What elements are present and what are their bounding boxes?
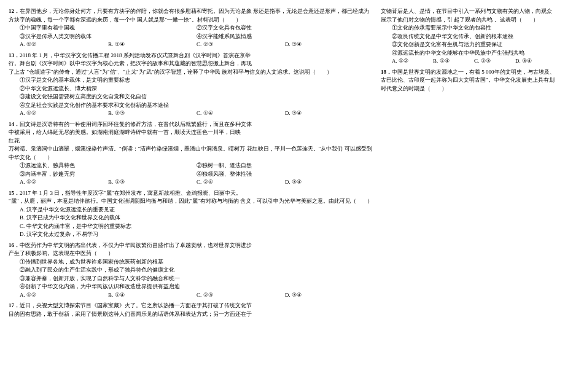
q18-text: 18．中国是世界文明的发源地之一，有着 5 000年的文明史，与古埃及、古巴比伦…	[381, 68, 556, 93]
q14-text3: 红花	[9, 137, 373, 146]
q13-options: ①汉字是文化的基本载体，是文明的重要标志 ②中华文化源远流长、博大精深 ③建设文…	[9, 76, 373, 109]
q13-text2: 行。舞台剧《汉字时间》以中华汉字为核心元素，把汉字的故事和其蕴藏的智慧思想搬上舞…	[9, 60, 373, 68]
question-18: 18．中国是世界文明的发源地之一，有着 5 000年的文明史，与古埃及、古巴比伦…	[381, 68, 556, 93]
q17-text2: 目的固有思路，敢于创新，采用了情景剧这种人们喜闻乐见的话语体系和表达方式；另一方…	[9, 310, 373, 319]
question-12: 12．在异国他乡，无论你身处何方，只要有方块字的伴陪，你就会有很多慰藉和寄托。因…	[9, 7, 373, 49]
q16-text2: 产生了积极影响。这表现在中医药（ ）	[9, 249, 373, 258]
q15-options: A. 汉字是中华文化源远流长的重要见证 B. 汉字已成为中华文化和世界文化的载体…	[9, 206, 373, 239]
q17c-choices: A. ①②B. ①④C. ②③D. ③④	[381, 57, 556, 66]
q13-text3: 了上古 "仓颉造字"的传奇，通过"人言"为"信"、"止戈"为"武"的汉字智慧，诠…	[9, 68, 373, 77]
q15-text1: 15．2017 年 1 月 3 日，指导性年度汉字"麗"在郑州发布，寓意新故相推…	[9, 189, 373, 198]
q16-text1: 16．中医药作为中华文明的杰出代表，不仅为中华民族繁衍昌盛作出了卓越贡献，也对世…	[9, 241, 373, 250]
q15-text2: "麗"，从鹿，丽声，本意是结伴旅行。中国文化强调阴阳均衡与和谐，因此"麗"有对称…	[9, 197, 373, 206]
question-16: 16．中医药作为中华文明的杰出代表，不仅为中华民族繁衍昌盛作出了卓越贡献，也对世…	[9, 241, 373, 300]
question-17-cont: 文物背后是人、是情，在节目中引入一系列与文物有关的人物，向观众展示了他们对文物的…	[381, 7, 556, 66]
q14-text1: 14．回文诗是汉语特有的一种使用词序回环往复的修辞方法，在晋代以后就繁盛行，而且…	[9, 120, 373, 129]
q12-options: ①中国字里有着中国魂②汉字文化具有包容性 ③汉字是传承人类文明的载体④汉字能维系…	[9, 24, 373, 41]
q16-options: ①传播到世界各地，成为世界许多国家传统医药创新的根基 ②融入到了民众的生产生活实…	[9, 258, 373, 291]
q14-text4: 万树晴。泉滴洞中山滴翠，烟溪绿染竹声清。"倒读："清声竹染绿溪烟，翠滴山中洞滴泉…	[9, 145, 373, 162]
q12-choices: A. ①②B. ①④C. ②③D. ③④	[9, 41, 373, 49]
q12-text: 12．在异国他乡，无论你身处何方，只要有方块字的伴陪，你就会有很多慰藉和寄托。因…	[9, 7, 373, 24]
q13-text1: 13．2018 年 1 月，中华汉字文化传播工程 2018 系列活动发布仪式暨舞…	[9, 52, 373, 60]
q14-options: ①源远流长、独具特色②独树一帜、道法自然 ③内涵丰富，妙趣无穷④独领风骚、整体性…	[9, 162, 373, 178]
q17-text1: 17．近日，央视大型文博探索节目《国家宝藏》火了。它之所以热播一方面在于其打破了…	[9, 302, 373, 310]
q13-choices: A. ①②B. ②③C. ①④D. ③④	[9, 109, 373, 118]
q14-text2: 中被采用，给人绵延无尽的美感。如湖南洞庭湖畔诗碑中就有一首，顺读天连莲色一川平，…	[9, 128, 373, 137]
question-17: 17．近日，央视大型文博探索节目《国家宝藏》火了。它之所以热播一方面在于其打破了…	[9, 302, 373, 318]
question-15: 15．2017 年 1 月 3 日，指导性年度汉字"麗"在郑州发布，寓意新故相推…	[9, 189, 373, 239]
q16-choices: A. ①②B. ①④C. ②③D. ③④	[9, 291, 373, 300]
q17c-options: ①文化的传承需要展示中华文化的包容性 ②改良传统文化是中华文化传承、创新的根本途…	[381, 24, 556, 57]
question-14: 14．回文诗是汉语特有的一种使用词序回环往复的修辞方法，在晋代以后就繁盛行，而且…	[9, 120, 373, 187]
q17c-text: 文物背后是人、是情，在节目中引入一系列与文物有关的人物，向观众展示了他们对文物的…	[381, 7, 556, 24]
question-13: 13．2018 年 1 月，中华汉字文化传播工程 2018 系列活动发布仪式暨舞…	[9, 52, 373, 118]
q14-choices: A. ①②B. ①③C. ②④D. ③④	[9, 178, 373, 187]
right-column: 文物背后是人、是情，在节目中引入一系列与文物有关的人物，向观众展示了他们对文物的…	[377, 7, 560, 385]
left-column: 12．在异国他乡，无论你身处何方，只要有方块字的伴陪，你就会有很多慰藉和寄托。因…	[5, 7, 377, 385]
